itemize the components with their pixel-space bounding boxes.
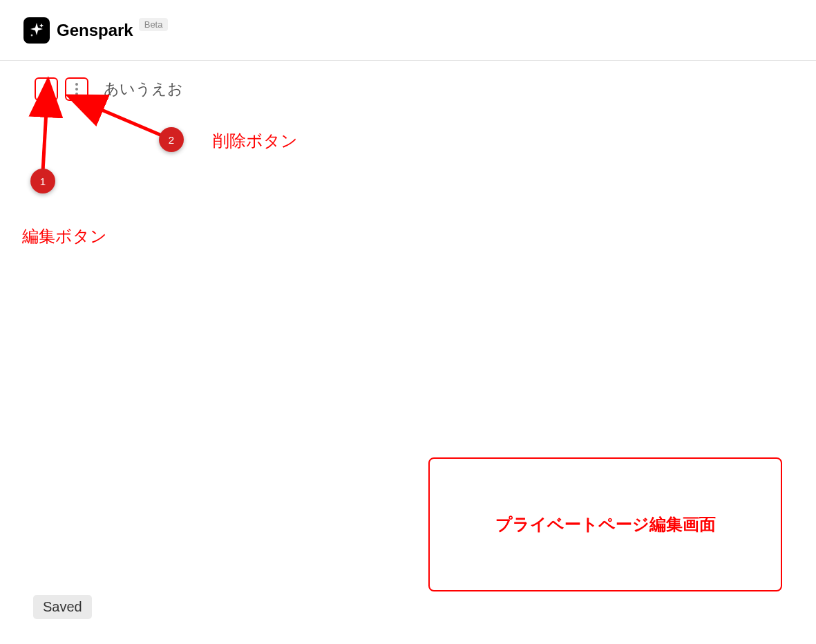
svg-line-1 (43, 111, 46, 171)
beta-badge: Beta (139, 18, 169, 31)
block-text[interactable]: あいうえお (104, 79, 183, 100)
block-menu-button[interactable] (65, 77, 88, 101)
saved-status-badge: Saved (33, 595, 92, 619)
sparkle-icon (28, 21, 46, 39)
annotation-info-box: プライベートページ編集画面 (428, 457, 782, 591)
annotation-marker-1: 1 (30, 169, 55, 193)
annotation-label-delete: 削除ボタン (213, 130, 298, 152)
brand-logo (23, 17, 50, 44)
vertical-dots-icon (75, 83, 78, 95)
marker-number: 1 (40, 176, 46, 187)
add-block-button[interactable]: + (35, 77, 58, 101)
annotation-marker-2: 2 (159, 127, 184, 152)
info-box-text: プライベートページ編集画面 (495, 513, 716, 536)
annotation-label-edit: 編集ボタン (22, 225, 107, 247)
block-row: + あいうえお (35, 77, 781, 101)
marker-number: 2 (169, 134, 174, 146)
brand-name: Genspark (57, 21, 133, 40)
app-header: Genspark Beta (0, 0, 816, 61)
plus-icon: + (42, 82, 51, 97)
content-area: + あいうえお (0, 61, 816, 117)
